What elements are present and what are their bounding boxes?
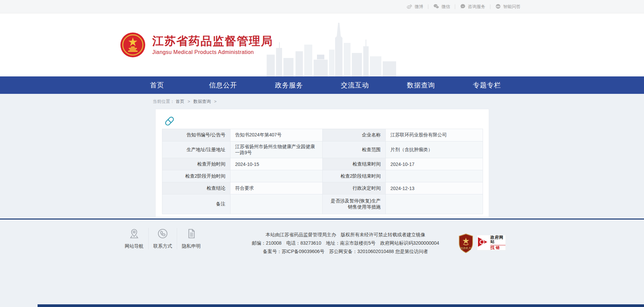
chat-bubble-icon xyxy=(460,3,466,10)
inspection-detail-card: 告知书编号/公告号 告知书2024年第407号 企业名称 江苏联环药业股份有限公… xyxy=(155,109,489,217)
footer-line-3: 备案号：苏ICP备09039606号 苏公网安备：32010602010488 … xyxy=(252,247,439,256)
bottom-accent-bar xyxy=(38,304,644,307)
field-value xyxy=(386,170,483,182)
breadcrumb: 当前位置： 首页 > 数据查询 > xyxy=(153,99,219,105)
gov-site-error-report-badge[interactable]: 政府网站 找错 xyxy=(477,235,506,250)
field-label: 检查结论 xyxy=(162,182,230,194)
field-value: 符合要求 xyxy=(230,182,323,194)
party-gov-shield-badge[interactable]: 党政机关 xyxy=(458,234,474,254)
field-value: 2024-12-13 xyxy=(386,182,483,194)
gov-site-badge-text-top: 政府网站 xyxy=(490,235,505,244)
smart-qa-link[interactable]: 智能问答 xyxy=(495,3,521,10)
field-value xyxy=(230,194,323,214)
inspection-detail-table: 告知书编号/公告号 告知书2024年第407号 企业名称 江苏联环药业股份有限公… xyxy=(162,129,483,214)
party-gov-badge-text: 党政机关 xyxy=(461,247,471,250)
weibo-link[interactable]: 微博 xyxy=(407,3,423,10)
nav-item-data-query[interactable]: 数据查询 xyxy=(388,76,454,94)
divider xyxy=(428,4,428,9)
weibo-icon xyxy=(407,3,413,10)
city-skyline-graphic xyxy=(267,23,401,76)
site-subtitle-en: Jiangsu Medical Products Administration xyxy=(152,49,273,55)
site-header: 江苏省药品监督管理局 Jiangsu Medical Products Admi… xyxy=(0,13,644,76)
table-row: 检查结论 符合要求 行政决定时间 2024-12-13 xyxy=(162,182,483,194)
robot-icon xyxy=(495,3,501,10)
table-row: 备注 是否涉及暂停(恢复)生产销售使用等措施 xyxy=(162,194,483,214)
nav-item-interaction[interactable]: 交流互动 xyxy=(322,76,388,94)
field-label: 备注 xyxy=(162,194,230,214)
nav-item-special-topics[interactable]: 专题专栏 xyxy=(454,76,520,94)
privacy-label: 隐私申明 xyxy=(177,243,205,249)
footer-badges: 党政机关 政府网站 找错 xyxy=(458,234,506,254)
field-value: 告知书2024年第407号 xyxy=(230,129,323,141)
weibo-label: 微博 xyxy=(415,4,423,10)
field-label: 检查开始时间 xyxy=(162,158,230,170)
wechat-icon xyxy=(433,3,439,10)
field-value: 片剂（含抗肿瘤类） xyxy=(386,141,483,158)
wechat-link[interactable]: 微信 xyxy=(433,3,450,10)
table-row: 检查开始时间 2024-10-15 检查结束时间 2024-10-17 xyxy=(162,158,483,170)
field-value xyxy=(230,170,323,182)
field-label: 检查2阶段开始时间 xyxy=(162,170,230,182)
breadcrumb-section-link[interactable]: 数据查询 xyxy=(193,99,211,104)
top-utility-bar: 微博 微信 咨询服务 智能问答 xyxy=(0,0,644,13)
table-row: 告知书编号/公告号 告知书2024年第407号 企业名称 江苏联环药业股份有限公… xyxy=(162,129,483,141)
field-label: 检查范围 xyxy=(323,141,386,158)
site-map-link[interactable]: 网站导航 xyxy=(120,228,148,249)
site-title: 江苏省药品监督管理局 xyxy=(152,35,273,48)
wechat-label: 微信 xyxy=(441,4,450,10)
national-emblem-logo xyxy=(120,32,146,58)
field-value: 江苏省扬州市扬州生物健康产业园健康一路9号 xyxy=(230,141,323,158)
field-label: 检查2阶段结束时间 xyxy=(323,170,386,182)
field-label: 生产地址/注册地址 xyxy=(162,141,230,158)
footer-divider-line xyxy=(0,219,644,220)
document-icon xyxy=(185,235,197,240)
breadcrumb-prefix: 当前位置： xyxy=(153,99,174,104)
field-value: 2024-10-17 xyxy=(386,158,483,170)
consult-service-label: 咨询服务 xyxy=(468,4,485,10)
nav-item-gov-services[interactable]: 政务服务 xyxy=(256,76,322,94)
breadcrumb-home-link[interactable]: 首页 xyxy=(176,99,184,104)
map-pin-icon xyxy=(128,235,140,240)
breadcrumb-separator: > xyxy=(214,99,217,104)
field-label: 行政决定时间 xyxy=(323,182,386,194)
footer-quick-links: 网站导航 联系方式 隐私申明 xyxy=(120,228,205,249)
field-value xyxy=(386,194,483,214)
contact-link[interactable]: 联系方式 xyxy=(148,228,177,249)
footer-line-2: 邮编：210008 电话：83273610 地址：南京市鼓楼街5号 政府网站标识… xyxy=(252,239,439,247)
footer-copyright-block: 本站由江苏省药品监督管理局主办 版权所有未经许可禁止转载或者建立镜像 邮编：21… xyxy=(252,231,439,256)
breadcrumb-separator: > xyxy=(187,99,190,104)
field-value: 江苏联环药业股份有限公司 xyxy=(386,129,483,141)
privacy-link[interactable]: 隐私申明 xyxy=(177,228,205,249)
nav-item-info-disclosure[interactable]: 信息公开 xyxy=(190,76,256,94)
smart-qa-label: 智能问答 xyxy=(503,4,521,10)
gov-site-badge-text-bottom: 找错 xyxy=(490,245,505,250)
divider xyxy=(490,4,490,9)
table-row: 检查2阶段开始时间 检查2阶段结束时间 xyxy=(162,170,483,182)
consult-service-link[interactable]: 咨询服务 xyxy=(460,3,485,10)
nav-item-home[interactable]: 首页 xyxy=(124,76,190,94)
main-nav: 首页 信息公开 政务服务 交流互动 数据查询 专题专栏 xyxy=(0,76,644,94)
pill-capsule-icon xyxy=(164,115,175,128)
field-value: 2024-10-15 xyxy=(230,158,323,170)
phone-icon xyxy=(157,235,168,240)
footer-line-1: 本站由江苏省药品监督管理局主办 版权所有未经许可禁止转载或者建立镜像 xyxy=(252,231,439,239)
magnifier-flag-icon xyxy=(477,236,489,249)
field-label: 是否涉及暂停(恢复)生产销售使用等措施 xyxy=(323,194,386,214)
field-label: 告知书编号/公告号 xyxy=(162,129,230,141)
divider xyxy=(455,4,455,9)
site-map-label: 网站导航 xyxy=(120,243,148,249)
field-label: 企业名称 xyxy=(323,129,386,141)
field-label: 检查结束时间 xyxy=(323,158,386,170)
table-row: 生产地址/注册地址 江苏省扬州市扬州生物健康产业园健康一路9号 检查范围 片剂（… xyxy=(162,141,483,158)
contact-label: 联系方式 xyxy=(149,243,177,249)
page: 微博 微信 咨询服务 智能问答 xyxy=(0,0,644,307)
